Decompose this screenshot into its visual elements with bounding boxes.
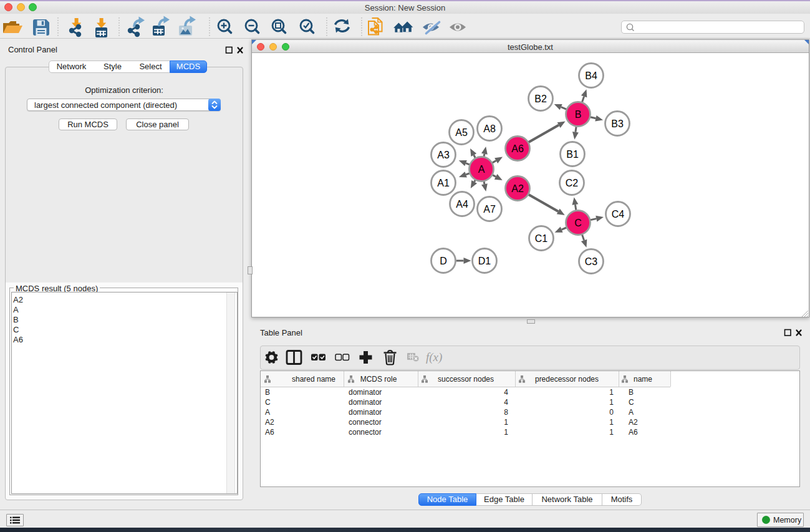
svg-text:B1: B1 [566,149,579,160]
svg-text:A7: A7 [483,204,496,215]
svg-text:A1: A1 [437,178,450,188]
svg-text:A4: A4 [456,199,468,210]
svg-text:D: D [440,256,447,266]
svg-text:C2: C2 [566,178,579,188]
svg-text:A8: A8 [483,123,496,134]
svg-text:C4: C4 [612,209,625,220]
svg-text:B: B [575,109,582,120]
svg-text:A: A [478,164,485,175]
svg-text:A5: A5 [455,127,468,138]
svg-text:C3: C3 [585,256,598,267]
svg-text:A3: A3 [437,150,450,160]
svg-text:C: C [574,218,582,228]
svg-text:C1: C1 [535,233,548,244]
svg-text:B4: B4 [585,70,597,81]
svg-text:A6: A6 [511,143,524,154]
svg-text:B2: B2 [534,94,547,104]
svg-text:B3: B3 [611,118,624,129]
svg-text:D1: D1 [478,256,491,266]
svg-text:A2: A2 [511,183,524,194]
